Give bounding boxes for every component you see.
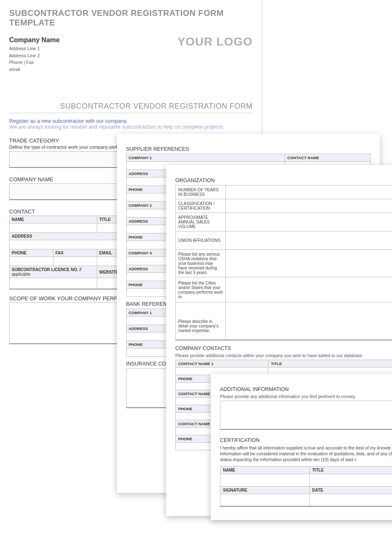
register-subline: We are always looking for reliable and r… <box>9 124 253 130</box>
org-val-2[interactable] <box>226 213 392 231</box>
contact-fax-input[interactable] <box>53 257 97 266</box>
email: email <box>9 66 60 73</box>
organization-title: ORGANIZATION <box>175 178 392 183</box>
header-row: Company Name Address Line 1 Address Line… <box>9 35 253 73</box>
org-val-3[interactable] <box>226 231 392 250</box>
logo-placeholder: YOUR LOGO <box>177 35 253 48</box>
document-title: SUBCONTRACTOR VENDOR REGISTRATION FORM T… <box>9 8 253 28</box>
cc1-title-label: TITLE <box>268 360 392 367</box>
org-val-5[interactable] <box>226 277 392 302</box>
org-row-2: APPROXIMATE ANNUAL SALES VOLUME <box>176 213 226 231</box>
contact-fax-label: FAX <box>53 249 97 257</box>
licence-input[interactable] <box>10 278 97 289</box>
phone-fax: Phone | Fax <box>9 59 60 66</box>
cc1-name-label: CONTACT NAME 1 <box>176 360 268 367</box>
org-row-1: CLASSIFICATION / CERTIFICATION <box>176 199 226 213</box>
contact-phone-input[interactable] <box>10 257 53 266</box>
org-row-6: Please describe in detail your company's… <box>176 302 226 340</box>
cert-title-label: TITLE <box>309 466 392 474</box>
cert-name-input[interactable] <box>220 474 310 486</box>
org-row-3: UNION AFFILIATIONS <box>176 231 226 250</box>
org-row-5: Please list the Cities and/or States tha… <box>176 277 226 302</box>
supplier-refs-title: SUPPLIER REFERENCES <box>126 146 371 152</box>
cert-date-input[interactable] <box>309 494 392 506</box>
organization-table: NUMBER OF YEARS IN BUSINESS CLASSIFICATI… <box>175 185 392 340</box>
cert-name-label: NAME <box>220 466 310 474</box>
org-val-0[interactable] <box>226 185 392 199</box>
contact-name-input[interactable] <box>10 223 97 233</box>
sr1-company-label: COMPANY 1 <box>126 154 285 162</box>
signature-table: NAMETITLE SIGNATUREDATE <box>220 466 392 507</box>
additional-input[interactable] <box>220 401 392 430</box>
sr1-contact-label: CONTACT NAME <box>285 154 371 162</box>
cert-signature-label: SIGNATURE <box>220 486 310 494</box>
certification-text: I hereby affirm that all information sup… <box>220 445 392 463</box>
contact-phone-label: PHONE <box>10 249 53 257</box>
additional-desc: Please provide any additional informatio… <box>220 394 392 399</box>
org-row-0: NUMBER OF YEARS IN BUSINESS <box>176 185 226 199</box>
form-title: SUBCONTRACTOR VENDOR REGISTRATION FORM <box>9 102 253 111</box>
company-contacts-title: COMPANY CONTACTS <box>175 345 392 351</box>
company-contacts-desc: Please provide additional contacts withi… <box>175 353 392 358</box>
contact-name-label: NAME <box>10 216 97 223</box>
cert-signature-input[interactable] <box>220 494 310 506</box>
company-name: Company Name <box>9 35 60 45</box>
cert-title-input[interactable] <box>309 474 392 486</box>
register-line: Register as a new subcontractor with our… <box>9 118 253 124</box>
address-line-2: Address Line 2 <box>9 52 60 59</box>
address-line-1: Address Line 1 <box>9 45 60 52</box>
page-4: ADDITIONAL INFORMATION Please provide an… <box>211 374 392 520</box>
cert-date-label: DATE <box>309 486 392 494</box>
org-val-1[interactable] <box>226 199 392 213</box>
company-block: Company Name Address Line 1 Address Line… <box>9 35 60 73</box>
licence-label: SUBCONTRACTOR LICENCE NO. if applicable <box>10 266 97 278</box>
divider <box>9 113 253 113</box>
additional-title: ADDITIONAL INFORMATION <box>220 386 392 392</box>
org-val-6[interactable] <box>226 302 392 340</box>
org-val-4[interactable] <box>226 250 392 277</box>
org-row-4: Please list any serious OSHA violations … <box>176 250 226 277</box>
certification-title: CERTIFICATION <box>220 437 392 443</box>
